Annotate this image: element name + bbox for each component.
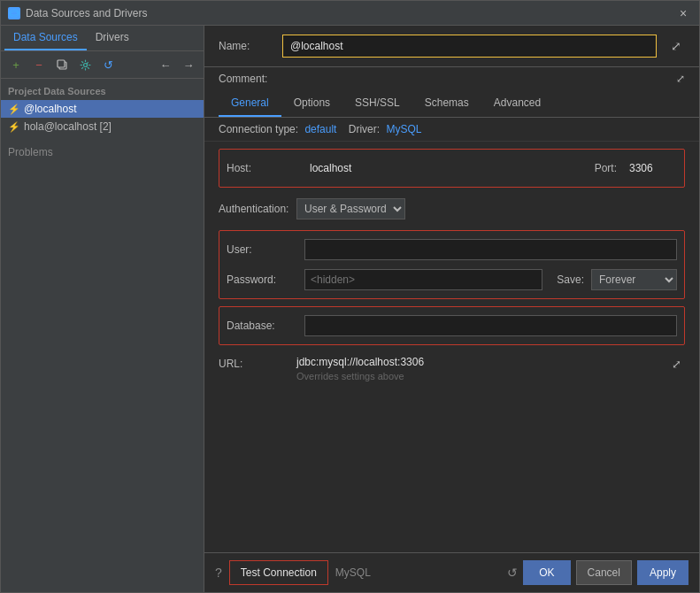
window-title: Data Sources and Drivers [26,7,147,19]
url-row: URL: jdbc:mysql://localhost:3306 Overrid… [219,352,685,385]
name-label: Name: [219,40,272,52]
url-label: URL: [219,356,289,370]
tab-data-sources[interactable]: Data Sources [4,26,87,50]
forward-button[interactable]: → [179,55,198,74]
user-row: User: [227,238,677,261]
name-expand-icon[interactable]: ⤢ [667,39,685,53]
password-label: Password: [227,273,297,286]
host-label: Host: [227,162,297,174]
sidebar-item-localhost[interactable]: ⚡ @localhost [1,100,204,118]
database-label: Database: [227,320,297,332]
sidebar: Data Sources Drivers + − [1,26,204,592]
form-area: Host: Port: Authentication: User & Passw… [204,142,699,552]
tab-ssh-ssl[interactable]: SSH/SSL [342,90,412,117]
sidebar-item-hola[interactable]: ⚡ hola@localhost [2] [1,118,204,135]
name-input[interactable] [282,35,657,58]
user-input[interactable] [304,239,677,260]
database-input[interactable] [304,315,677,336]
url-value: jdbc:mysql://localhost:3306 [296,356,660,368]
password-row: Password: Save: Forever Until Restart Ne… [227,268,677,291]
sidebar-tabs: Data Sources Drivers [1,26,204,51]
remove-button[interactable]: − [29,55,49,74]
auth-row: Authentication: User & Password [219,195,685,223]
svg-rect-5 [58,60,65,67]
tab-general[interactable]: General [219,90,281,117]
url-hint: Overrides settings above [296,371,660,381]
back-button[interactable]: ← [156,55,175,74]
test-connection-button[interactable]: Test Connection [229,560,328,585]
help-icon[interactable]: ? [215,566,222,580]
tab-advanced[interactable]: Advanced [481,90,553,117]
sidebar-item-hola-label: hola@localhost [2] [24,120,112,133]
database-group: Database: [219,306,685,345]
auth-select[interactable]: User & Password [296,198,405,219]
sidebar-item-localhost-label: @localhost [24,103,77,115]
problems-label: Problems [1,135,204,169]
name-row: Name: ⤢ [204,26,699,67]
auth-label: Authentication: [219,203,289,215]
tab-schemas[interactable]: Schemas [412,90,481,117]
copy-button[interactable] [52,55,72,74]
title-bar-left: Data Sources and Drivers [8,7,147,19]
tab-drivers[interactable]: Drivers [87,26,138,50]
comment-expand-icon[interactable]: ⤢ [676,73,685,85]
port-label: Port: [595,162,617,174]
connection-type-label: Connection type: [219,123,298,135]
refresh-button[interactable]: ↺ [98,55,118,74]
reset-icon[interactable]: ↺ [507,566,518,580]
port-input[interactable] [624,159,677,177]
main-panel: Name: ⤢ Comment: ⤢ General Options SSH/S… [204,26,699,592]
save-label: Save: [557,273,584,286]
project-datasources-label: Project Data Sources [1,79,204,100]
driver-label: Driver: [349,123,380,135]
user-label: User: [227,243,297,256]
url-expand-icon[interactable]: ⤢ [667,358,685,371]
bottom-bar: ? Test Connection MySQL ↺ OK Cancel Appl… [204,552,699,592]
window-icon [8,7,20,19]
add-button[interactable]: + [6,55,26,74]
content-area: Data Sources Drivers + − [1,26,699,592]
settings-button[interactable] [75,55,95,74]
password-input[interactable] [304,269,542,290]
driver-value: MySQL [386,123,421,135]
host-port-group: Host: Port: [219,149,685,188]
user-password-group: User: Password: Save: Forever Until Rest… [219,230,685,299]
sidebar-toolbar: + − ↺ ← → [1,51,204,79]
main-tabs: General Options SSH/SSL Schemas Advanced [204,90,699,118]
database-row: Database: [227,314,677,337]
comment-row: Comment: ⤢ [204,67,699,90]
host-input[interactable] [304,159,588,177]
comment-label: Comment: [219,73,272,85]
host-row: Host: Port: [227,157,677,180]
save-select[interactable]: Forever Until Restart Never [591,269,677,290]
bottom-driver-label: MySQL [335,566,371,579]
main-window: Data Sources and Drivers × Data Sources … [0,0,700,593]
close-button[interactable]: × [674,4,692,22]
db-icon-hola: ⚡ [8,121,20,133]
tab-options[interactable]: Options [281,90,342,117]
connection-info: Connection type: default Driver: MySQL [204,118,699,142]
apply-button[interactable]: Apply [637,560,688,585]
title-bar: Data Sources and Drivers × [1,1,699,26]
cancel-button[interactable]: Cancel [576,560,632,585]
bottom-right: ↺ OK Cancel Apply [507,560,688,585]
db-icon-localhost: ⚡ [8,104,20,115]
connection-type-value: default [304,123,336,135]
ok-button[interactable]: OK [523,560,570,585]
